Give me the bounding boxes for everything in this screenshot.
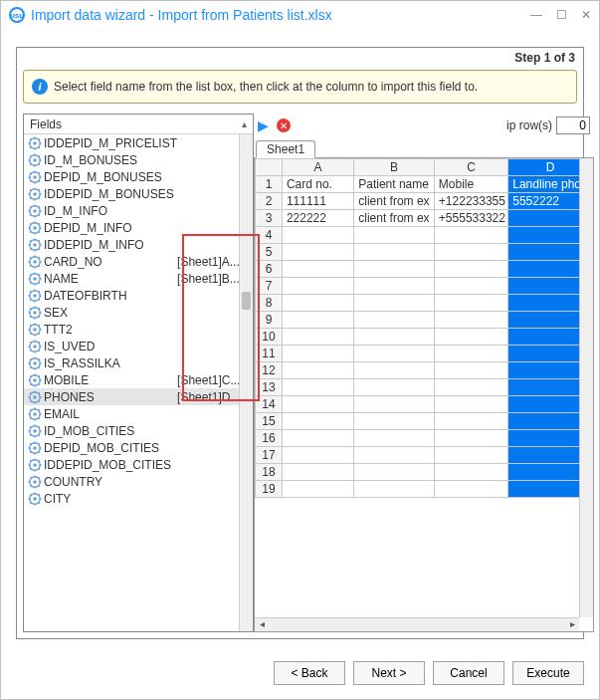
grid-cell[interactable]: +555533322: [434, 210, 507, 227]
col-header[interactable]: B: [354, 159, 435, 176]
field-row[interactable]: CARD_NO[Sheet1]A...: [24, 253, 253, 270]
grid-cell[interactable]: [282, 227, 353, 244]
row-header[interactable]: 4: [256, 227, 283, 244]
row-header[interactable]: 17: [256, 447, 283, 464]
delete-mapping-icon[interactable]: ✕: [277, 118, 291, 132]
grid-cell[interactable]: [354, 261, 435, 278]
field-row[interactable]: CITY: [24, 490, 253, 507]
field-row[interactable]: DEPID_M_BONUSES: [24, 168, 253, 185]
play-icon[interactable]: ▶: [258, 117, 269, 133]
grid-cell[interactable]: [354, 278, 435, 295]
field-row[interactable]: DATEOFBIRTH: [24, 287, 253, 304]
sheet-tab[interactable]: Sheet1: [256, 140, 315, 158]
grid-cell[interactable]: [434, 278, 507, 295]
close-icon[interactable]: ✕: [581, 9, 591, 21]
back-button[interactable]: < Back: [274, 661, 345, 685]
grid-cell[interactable]: [354, 329, 435, 346]
skip-rows-input[interactable]: [556, 117, 590, 134]
grid-cell[interactable]: +122233355: [434, 193, 507, 210]
grid-cell[interactable]: 222222: [282, 210, 353, 227]
row-header[interactable]: 10: [256, 329, 283, 346]
grid-cell[interactable]: [434, 464, 507, 481]
field-row[interactable]: PHONES[Sheet1]D...: [24, 388, 253, 405]
grid-cell[interactable]: [354, 227, 435, 244]
grid-cell[interactable]: [434, 396, 507, 413]
field-row[interactable]: NAME[Sheet1]B...: [24, 270, 253, 287]
grid-cell[interactable]: [434, 295, 507, 312]
grid-cell[interactable]: [354, 396, 435, 413]
grid-cell[interactable]: [354, 244, 435, 261]
grid-cell[interactable]: Patient name: [354, 176, 435, 193]
field-row[interactable]: DEPID_M_INFO: [24, 219, 253, 236]
row-header[interactable]: 16: [256, 430, 283, 447]
field-row[interactable]: ID_M_INFO: [24, 202, 253, 219]
field-row[interactable]: ID_MOB_CITIES: [24, 422, 253, 439]
cancel-button[interactable]: Cancel: [433, 661, 504, 685]
grid-cell[interactable]: [282, 396, 353, 413]
grid-cell[interactable]: [282, 413, 353, 430]
next-button[interactable]: Next >: [353, 661, 425, 685]
grid-cell[interactable]: [282, 312, 353, 329]
grid-cell[interactable]: [282, 295, 353, 312]
grid-cell[interactable]: [434, 227, 507, 244]
field-row[interactable]: IDDEPID_M_BONUSES: [24, 185, 253, 202]
row-header[interactable]: 18: [256, 464, 283, 481]
execute-button[interactable]: Execute: [512, 661, 584, 685]
row-header[interactable]: 15: [256, 413, 283, 430]
scroll-right-icon[interactable]: ▸: [565, 618, 579, 632]
row-header[interactable]: 12: [256, 362, 283, 379]
scroll-up-icon[interactable]: ▴: [237, 117, 251, 130]
grid-cell[interactable]: [434, 430, 507, 447]
field-row[interactable]: IDDEPID_M_PRICELIST: [24, 134, 253, 151]
col-header[interactable]: A: [282, 159, 353, 176]
grid-cell[interactable]: [434, 346, 507, 362]
grid-cell[interactable]: [282, 261, 353, 278]
row-header[interactable]: 7: [256, 278, 283, 295]
grid-cell[interactable]: [434, 244, 507, 261]
grid-cell[interactable]: client from ex: [354, 193, 435, 210]
grid-cell[interactable]: Mobile: [434, 176, 507, 193]
field-row[interactable]: IS_RASSILKA: [24, 354, 253, 371]
grid-cell[interactable]: 111111: [282, 193, 353, 210]
row-header[interactable]: 2: [256, 193, 283, 210]
grid-cell[interactable]: Card no.: [282, 176, 353, 193]
scroll-left-icon[interactable]: ◂: [255, 618, 269, 632]
grid-cell[interactable]: [354, 312, 435, 329]
grid-cell[interactable]: [354, 464, 435, 481]
grid-cell[interactable]: [354, 379, 435, 396]
field-row[interactable]: EMAIL: [24, 405, 253, 422]
grid-cell[interactable]: [282, 278, 353, 295]
grid-cell[interactable]: client from ex: [354, 210, 435, 227]
row-header[interactable]: 14: [256, 396, 283, 413]
field-row[interactable]: TTT2: [24, 321, 253, 338]
grid-cell[interactable]: [282, 346, 353, 362]
grid-cell[interactable]: [434, 447, 507, 464]
fields-scrollbar[interactable]: [239, 134, 253, 631]
grid-cell[interactable]: [354, 430, 435, 447]
row-header[interactable]: 8: [256, 295, 283, 312]
row-header[interactable]: 3: [256, 210, 283, 227]
row-header[interactable]: 9: [256, 312, 283, 329]
row-header[interactable]: 6: [256, 261, 283, 278]
grid-cell[interactable]: [354, 362, 435, 379]
grid-cell[interactable]: [282, 464, 353, 481]
grid-cell[interactable]: [434, 312, 507, 329]
col-header[interactable]: C: [434, 159, 507, 176]
grid-cell[interactable]: [434, 413, 507, 430]
row-header[interactable]: 1: [256, 176, 283, 193]
field-row[interactable]: IS_UVED: [24, 338, 253, 354]
grid-cell[interactable]: [354, 413, 435, 430]
field-row[interactable]: MOBILE[Sheet1]C...: [24, 371, 253, 388]
row-header[interactable]: 13: [256, 379, 283, 396]
minimize-icon[interactable]: —: [530, 9, 542, 21]
field-row[interactable]: ID_M_BONUSES: [24, 151, 253, 168]
grid-cell[interactable]: [282, 362, 353, 379]
grid-hscrollbar[interactable]: ◂ ▸: [255, 617, 579, 631]
field-row[interactable]: IDDEPID_M_INFO: [24, 236, 253, 253]
row-header[interactable]: 11: [256, 346, 283, 362]
grid-cell[interactable]: [434, 261, 507, 278]
grid-cell[interactable]: [434, 329, 507, 346]
grid-cell[interactable]: [282, 447, 353, 464]
grid-cell[interactable]: [354, 346, 435, 362]
row-header[interactable]: 5: [256, 244, 283, 261]
